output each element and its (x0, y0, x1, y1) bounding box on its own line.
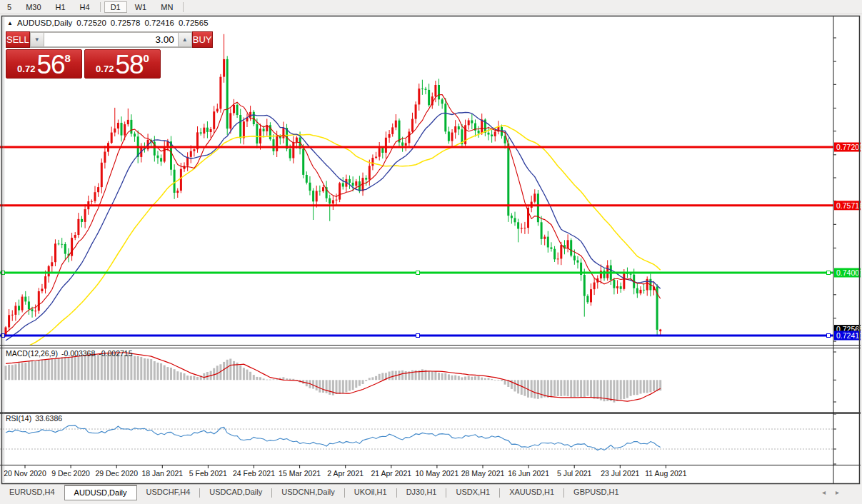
timeframe-toolbar: 5M30H1H4D1W1MN (0, 0, 862, 14)
tab-scroll-right-icon[interactable]: ▸ (836, 488, 849, 496)
macd-signal-value: -0.002715 (99, 349, 132, 358)
chart-tab-audusd[interactable]: AUDUSD,Daily (64, 485, 137, 500)
chart-tab-usdx[interactable]: USDX,H1 (446, 485, 499, 499)
toolbar-separator (100, 2, 101, 12)
trading-terminal-window: { "toolbar": { "items": [ {"label":"5","… (0, 0, 862, 504)
svg-text:16 Jun 2021: 16 Jun 2021 (508, 469, 549, 478)
timeframe-button-w1[interactable]: W1 (129, 1, 154, 13)
tab-scroll-buttons: ◂▸ (822, 488, 849, 496)
svg-text:24 Feb 2021: 24 Feb 2021 (233, 469, 275, 478)
buy-button[interactable]: BUY (192, 31, 213, 48)
rsi-label: RSI(14) 33.6386 (6, 414, 62, 423)
toolbar-separator (183, 2, 184, 12)
high-value: 0.72578 (111, 19, 141, 27)
svg-text:5 Jul 2021: 5 Jul 2021 (557, 469, 592, 478)
tab-scroll-left-icon[interactable]: ◂ (822, 488, 836, 496)
ask-price-pipette: 0 (144, 50, 149, 64)
timeframe-button-h1[interactable]: H1 (49, 1, 72, 13)
chart-title: ▲ AUDUSD,Daily 0.72520 0.72578 0.72416 0… (7, 19, 209, 27)
svg-text:0.77200: 0.77200 (836, 143, 862, 151)
sell-price-button[interactable]: 0.72 56 8 (6, 49, 82, 79)
symbol-timeframe-label: AUDUSD,Daily (17, 19, 72, 27)
triangle-down-icon: ▼ (34, 36, 40, 43)
timeframe-button-m30[interactable]: M30 (19, 1, 47, 13)
svg-text:21 Apr 2021: 21 Apr 2021 (371, 469, 411, 478)
triangle-up-icon: ▲ (182, 36, 188, 43)
chart-tab-ukoil[interactable]: UKOil,H1 (345, 485, 396, 499)
bid-price-big-digits: 56 (36, 52, 64, 77)
timeframe-button-mn[interactable]: MN (154, 1, 179, 13)
svg-text:10 May 2021: 10 May 2021 (416, 469, 459, 478)
chart-tab-usdcad[interactable]: USDCAD,Daily (200, 485, 271, 499)
volume-increase-button[interactable]: ▲ (178, 32, 192, 47)
svg-text:20 Nov 2020: 20 Nov 2020 (4, 469, 46, 478)
one-click-trading-panel: SELL ▼ ▲ BUY 0.72 56 8 0.72 58 0 (6, 31, 161, 79)
volume-decrease-button[interactable]: ▼ (30, 32, 44, 47)
chart-tab-bar: EURUSD,H4AUDUSD,DailyUSDCHF,H4USDCAD,Dai… (0, 485, 862, 504)
svg-text:11 Aug 2021: 11 Aug 2021 (645, 469, 686, 478)
svg-text:28 May 2021: 28 May 2021 (461, 469, 505, 478)
buy-price-button[interactable]: 0.72 58 0 (84, 49, 161, 79)
macd-label: MACD(12,26,9) -0.003368 -0.002715 (6, 349, 133, 358)
volume-input[interactable] (44, 32, 178, 47)
svg-text:18 Jan 2021: 18 Jan 2021 (141, 469, 183, 478)
timeframe-button-h4[interactable]: H4 (74, 1, 96, 13)
timeframe-button-d1[interactable]: D1 (104, 1, 127, 13)
chart-tab-gbpusd[interactable]: GBPUSD,H1 (564, 485, 628, 499)
open-value: 0.72520 (76, 19, 106, 27)
volume-stepper: ▼ ▲ (30, 31, 192, 48)
svg-text:23 Jul 2021: 23 Jul 2021 (601, 469, 639, 478)
ask-price-big-digits: 58 (115, 52, 143, 77)
svg-text:5 Feb 2021: 5 Feb 2021 (189, 469, 227, 478)
low-value: 0.72416 (144, 19, 174, 27)
collapse-panel-icon[interactable]: ▲ (7, 20, 13, 26)
svg-text:0.72411: 0.72411 (836, 331, 862, 340)
chart-tab-usdchf[interactable]: USDCHF,H4 (137, 485, 200, 499)
ask-price-prefix: 0.72 (96, 64, 114, 74)
bid-price-prefix: 0.72 (17, 64, 35, 74)
chart-tab-dj30[interactable]: DJ30,H1 (397, 485, 446, 499)
svg-text:15 Mar 2021: 15 Mar 2021 (279, 469, 321, 478)
sell-button[interactable]: SELL (6, 31, 30, 48)
svg-text:2 Apr 2021: 2 Apr 2021 (327, 469, 364, 478)
svg-text:29 Dec 2020: 29 Dec 2020 (95, 469, 138, 478)
rsi-name: RSI(14) (6, 414, 31, 423)
close-value: 0.72565 (179, 19, 209, 27)
bid-price-pipette: 8 (65, 50, 71, 64)
svg-text:0.75716: 0.75716 (836, 201, 862, 210)
svg-text:0.74007: 0.74007 (836, 268, 862, 277)
macd-name: MACD(12,26,9) (6, 349, 58, 358)
svg-text:9 Dec 2020: 9 Dec 2020 (51, 469, 90, 478)
macd-main-value: -0.003368 (61, 349, 95, 358)
timeframe-button-5[interactable]: 5 (1, 1, 18, 13)
chart-tab-eurusd[interactable]: EURUSD,H4 (0, 485, 64, 499)
chart-tab-usdcnh[interactable]: USDCNH,Daily (272, 485, 344, 499)
rsi-value: 33.6386 (35, 414, 62, 423)
chart-tab-xauusd[interactable]: XAUUSD,H1 (500, 485, 563, 499)
